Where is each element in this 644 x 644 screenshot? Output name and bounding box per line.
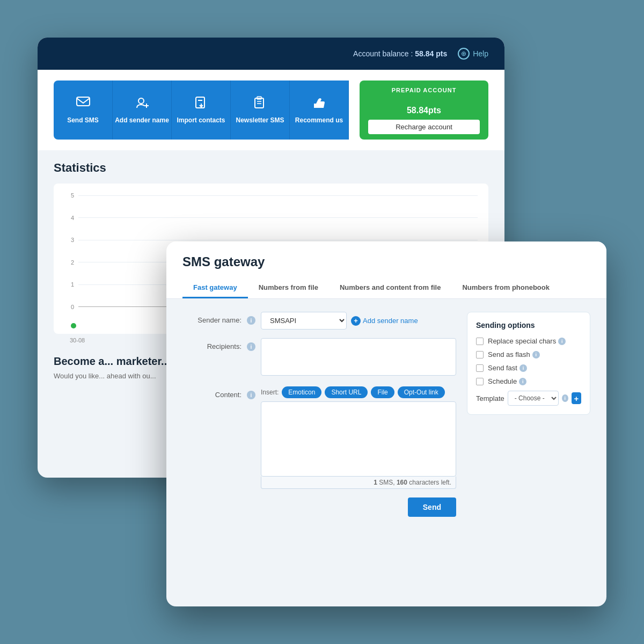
template-select[interactable]: - Choose - <box>508 391 559 406</box>
prepaid-card: PREPAID ACCOUNT 58.84pts Recharge accoun… <box>360 80 488 140</box>
recipients-input[interactable] <box>261 338 456 376</box>
tab-fast-gateway[interactable]: Fast gateway <box>182 278 248 298</box>
opt-out-link-button[interactable]: Opt-Out link <box>398 386 445 398</box>
send-as-flash-label: Send as flash i <box>488 350 540 358</box>
send-fast-checkbox[interactable] <box>476 364 484 372</box>
action-bar: Send SMS Add sender name <box>38 70 504 150</box>
option-replace-special-chars: Replace special chars i <box>476 337 581 345</box>
content-row: Content: i Insert: Emoticon Short URL Fi… <box>182 386 456 489</box>
add-sender-icon <box>135 96 150 112</box>
add-sender-link[interactable]: + Add sender name <box>351 316 418 326</box>
tab-numbers-from-phonebook[interactable]: Numbers from phonebook <box>451 278 560 298</box>
import-contacts-icon <box>194 96 209 112</box>
send-as-flash-info-icon[interactable]: i <box>532 351 540 358</box>
schedule-label: Schedule i <box>488 377 526 385</box>
send-sms-button[interactable]: Send SMS <box>54 80 113 140</box>
short-url-button[interactable]: Short URL <box>325 386 368 398</box>
chart-dot <box>71 323 76 328</box>
option-send-as-flash: Send as flash i <box>476 350 581 358</box>
tabs-container: Fast gateway Numbers from file Numbers a… <box>182 278 590 298</box>
sender-name-label: Sender name: <box>182 312 241 324</box>
send-sms-label: Send SMS <box>67 116 99 124</box>
emoticon-button[interactable]: Emoticon <box>282 386 321 398</box>
recommend-us-button[interactable]: Recommend us <box>290 80 349 140</box>
send-as-flash-checkbox[interactable] <box>476 351 484 358</box>
sending-options-panel: Sending options Replace special chars i … <box>467 312 590 415</box>
tab-numbers-content-from-file[interactable]: Numbers and content from file <box>329 278 452 298</box>
chart-x-label: 30-08 <box>70 337 85 343</box>
template-row: Template - Choose - i + <box>476 391 581 406</box>
send-fast-info-icon[interactable]: i <box>519 364 527 372</box>
svg-point-1 <box>138 98 144 104</box>
recipients-row: Recipients: i <box>182 338 456 378</box>
add-sender-label: Add sender name <box>115 116 169 124</box>
import-contacts-label: Import contacts <box>177 116 225 124</box>
add-sender-label: Add sender name <box>363 317 418 325</box>
insert-label: Insert: <box>261 389 279 396</box>
content-input[interactable] <box>261 401 456 477</box>
replace-special-chars-checkbox[interactable] <box>476 338 484 345</box>
sms-counter: 1 SMS, 160 characters left. <box>261 477 456 489</box>
sender-name-info-icon[interactable]: i <box>247 316 255 325</box>
add-sender-button[interactable]: Add sender name <box>113 80 172 140</box>
import-contacts-button[interactable]: Import contacts <box>172 80 231 140</box>
newsletter-sms-label: Newsletter SMS <box>236 116 284 124</box>
chars-label: characters left. <box>409 479 451 486</box>
template-add-button[interactable]: + <box>572 392 581 404</box>
content-label: Content: <box>182 386 241 399</box>
send-fast-label: Send fast i <box>488 364 527 372</box>
schedule-checkbox[interactable] <box>476 378 484 385</box>
template-info-icon[interactable]: i <box>562 394 568 402</box>
tab-numbers-from-file[interactable]: Numbers from file <box>248 278 329 298</box>
recipients-label: Recipients: <box>182 338 241 350</box>
sending-options-title: Sending options <box>476 321 581 330</box>
help-button[interactable]: ⊕ Help <box>458 48 488 60</box>
gateway-title: SMS gateway <box>182 254 590 269</box>
stats-title: Statistics <box>54 161 488 175</box>
add-icon: + <box>351 316 361 326</box>
send-button[interactable]: Send <box>408 497 456 517</box>
send-sms-icon <box>76 96 91 112</box>
prepaid-amount: 58.84pts <box>407 98 441 116</box>
chars-left: 160 <box>397 479 407 486</box>
help-icon: ⊕ <box>458 48 470 60</box>
option-schedule: Schedule i <box>476 377 581 385</box>
form-section: Sender name: i SMSAPI + Add sender name <box>182 312 456 597</box>
gateway-content: Sender name: i SMSAPI + Add sender name <box>166 299 606 606</box>
sms-counter-text: SMS, <box>379 479 397 486</box>
recommend-us-icon <box>312 96 327 112</box>
recharge-button[interactable]: Recharge account <box>368 120 480 134</box>
newsletter-sms-button[interactable]: Newsletter SMS <box>231 80 290 140</box>
account-balance: Account balance : 58.84 pts <box>353 49 447 58</box>
option-send-fast: Send fast i <box>476 364 581 372</box>
sms-count: 1 <box>374 479 377 486</box>
file-button[interactable]: File <box>371 386 394 398</box>
replace-special-chars-info-icon[interactable]: i <box>558 338 566 345</box>
sms-gateway-card: SMS gateway Fast gateway Numbers from fi… <box>166 241 606 606</box>
newsletter-sms-icon <box>253 96 268 112</box>
svg-rect-0 <box>77 97 90 106</box>
sender-name-row: Sender name: i SMSAPI + Add sender name <box>182 312 456 330</box>
insert-bar: Insert: Emoticon Short URL File Opt-Out … <box>261 386 456 398</box>
gateway-header: SMS gateway Fast gateway Numbers from fi… <box>166 241 606 299</box>
replace-special-chars-label: Replace special chars i <box>488 337 566 345</box>
content-info-icon[interactable]: i <box>247 391 255 399</box>
send-row: Send <box>182 497 456 517</box>
recipients-info-icon[interactable]: i <box>247 342 255 351</box>
recommend-us-label: Recommend us <box>295 116 343 124</box>
template-label: Template <box>476 394 504 402</box>
schedule-info-icon[interactable]: i <box>519 378 526 385</box>
sender-name-select[interactable]: SMSAPI <box>261 312 347 330</box>
header-bar: Account balance : 58.84 pts ⊕ Help <box>38 38 504 70</box>
prepaid-label: PREPAID ACCOUNT <box>392 87 457 93</box>
